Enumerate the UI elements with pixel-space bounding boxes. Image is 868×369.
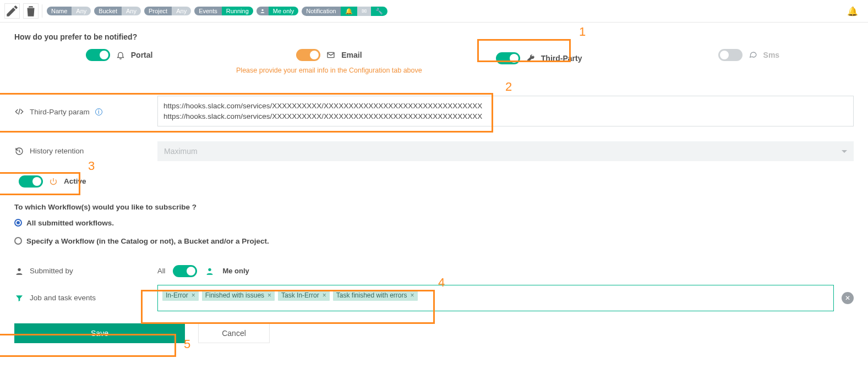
sms-label: Sms xyxy=(763,51,780,59)
svg-point-3 xyxy=(209,268,211,271)
filter-notification[interactable]: Notification 🔔 ✉ 🔧 xyxy=(302,7,387,16)
mail-icon: ✉ xyxy=(357,7,371,16)
active-row: Active xyxy=(14,172,91,191)
portal-label: Portal xyxy=(131,51,153,59)
submittedby-all: All xyxy=(157,267,165,275)
email-toggle[interactable] xyxy=(296,49,320,61)
cancel-button[interactable]: Cancel xyxy=(198,323,270,343)
svg-point-0 xyxy=(261,9,263,11)
history-select[interactable]: Maximum xyxy=(157,141,854,161)
thirdparty-param-input[interactable] xyxy=(157,96,854,126)
radio-specify-workflow[interactable]: Specify a Workflow (in the Catalog or no… xyxy=(14,237,854,245)
user-icon xyxy=(14,266,24,276)
remove-tag-icon[interactable]: × xyxy=(192,291,195,299)
events-tags-input[interactable]: In-Error ×Finished with issues ×Task In-… xyxy=(157,285,834,311)
submittedby-me: Me only xyxy=(222,267,249,275)
top-toolbar: Name Any Bucket Any Project Any Events R… xyxy=(0,0,868,23)
wrench-icon xyxy=(526,53,536,63)
channel-row: Portal Email Please provide your email i… xyxy=(14,49,854,76)
bell-icon: 🔔 xyxy=(341,7,357,16)
edit-button[interactable] xyxy=(4,3,20,19)
callout-num-3: 3 xyxy=(88,159,95,173)
submittedby-label: Submitted by xyxy=(14,266,146,276)
chat-icon xyxy=(748,50,758,60)
history-label: History retention xyxy=(14,146,146,156)
sms-toggle[interactable] xyxy=(718,49,743,61)
filter-events[interactable]: Events Running xyxy=(194,7,253,15)
filter-project[interactable]: Project Any xyxy=(144,7,191,15)
events-label: Job and task events xyxy=(14,293,146,303)
event-tag[interactable]: Finished with issues × xyxy=(202,290,275,301)
info-icon[interactable]: i xyxy=(95,108,102,115)
remove-tag-icon[interactable]: × xyxy=(411,291,414,299)
filter-bucket[interactable]: Bucket Any xyxy=(94,7,141,15)
power-icon xyxy=(48,177,58,186)
bell-icon xyxy=(116,50,125,60)
remove-tag-icon[interactable]: × xyxy=(323,291,326,299)
event-tag[interactable]: Task finished with errors × xyxy=(333,290,418,301)
save-button[interactable]: Save xyxy=(14,323,185,343)
active-toggle[interactable] xyxy=(19,175,43,188)
filter-icon xyxy=(14,293,24,303)
wrench-icon: 🔧 xyxy=(371,7,387,16)
clear-tags-button[interactable]: ✕ xyxy=(842,292,854,304)
radio-icon xyxy=(14,237,22,245)
notify-question: How do you prefer to be notified? xyxy=(14,32,854,41)
radio-icon xyxy=(14,219,22,227)
thirdparty-param-label: Third-Party param i xyxy=(14,107,146,117)
remove-tag-icon[interactable]: × xyxy=(268,291,271,299)
subscribe-question: To which Workflow(s) would you like to s… xyxy=(14,203,854,211)
event-tag[interactable]: In-Error × xyxy=(162,290,199,301)
delete-button[interactable] xyxy=(23,3,39,19)
thirdparty-label: Third-Party xyxy=(541,54,582,63)
mail-icon xyxy=(326,50,336,60)
user-icon xyxy=(205,266,215,276)
callout-num-2: 2 xyxy=(505,80,512,94)
history-icon xyxy=(14,146,24,156)
filter-user[interactable]: Me only xyxy=(256,7,299,15)
submittedby-toggle[interactable] xyxy=(173,265,197,277)
notifications-bell-icon[interactable]: 🔔 xyxy=(847,6,864,16)
thirdparty-toggle[interactable] xyxy=(496,52,520,64)
portal-toggle[interactable] xyxy=(86,49,110,61)
email-hint: Please provide your email info in the Co… xyxy=(230,66,428,76)
code-icon xyxy=(14,107,24,117)
filter-name[interactable]: Name Any xyxy=(47,7,91,15)
svg-point-2 xyxy=(18,268,20,271)
email-label: Email xyxy=(341,51,362,59)
event-tag[interactable]: Task In-Error × xyxy=(278,290,330,301)
radio-all-workflows[interactable]: All submitted workflows. xyxy=(14,219,854,227)
